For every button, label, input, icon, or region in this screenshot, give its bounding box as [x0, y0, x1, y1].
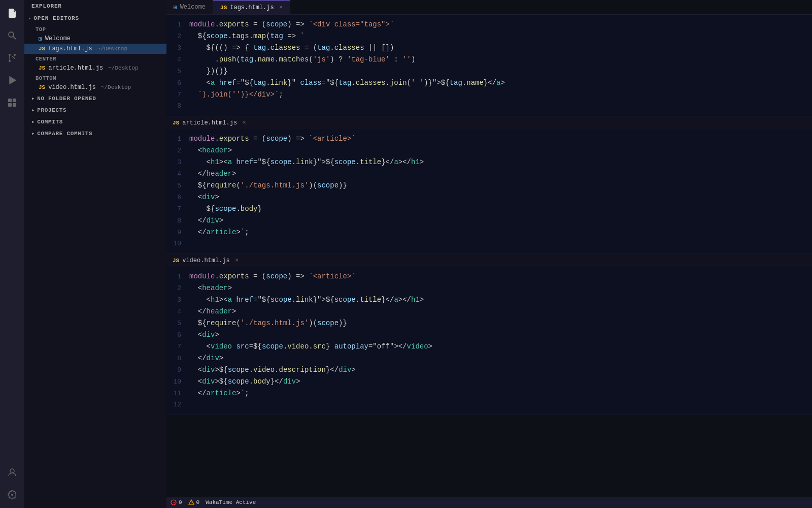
warning-icon: !	[188, 499, 194, 505]
code-line: 4 </header>	[166, 168, 812, 180]
open-editors-label: OPEN EDITORS	[33, 15, 79, 21]
article-file-icon: JS	[39, 65, 45, 71]
code-line: 5 })()}	[166, 66, 812, 77]
code-line: 8	[166, 101, 812, 112]
article-filepath: ~/Desktop	[108, 65, 138, 71]
tab-welcome[interactable]: ⊞ Welcome	[166, 0, 213, 14]
account-icon[interactable]	[3, 463, 21, 482]
welcome-tab-label: Welcome	[180, 4, 206, 11]
welcome-file-icon: ⊞	[39, 36, 42, 42]
status-bar: × 0 ! 0 WakaTime Active	[166, 497, 812, 508]
compare-commits-label: COMPARE COMMITS	[37, 131, 92, 137]
commits-header[interactable]: ▸ COMMITS	[24, 116, 166, 128]
sidebar-item-tags[interactable]: JS tags.html.js ~/Desktop	[24, 44, 166, 54]
code-line: 4 </header>	[166, 306, 812, 318]
svg-rect-8	[8, 103, 12, 107]
extensions-icon[interactable]	[3, 93, 21, 112]
sidebar-item-welcome[interactable]: ⊞ Welcome	[24, 34, 166, 44]
tags-code-panel: 1module.exports = (scope) => `<div class…	[166, 15, 812, 116]
projects-label: PROJECTS	[37, 107, 66, 113]
welcome-filename: Welcome	[45, 35, 71, 42]
wakatime-status[interactable]: WakaTime Active	[206, 499, 256, 505]
source-control-icon[interactable]	[3, 49, 21, 67]
code-line: 8 </div>	[166, 215, 812, 227]
code-line: 2 <header>	[166, 282, 812, 294]
code-line: 8 </div>	[166, 353, 812, 364]
no-folder-chevron: ▸	[31, 95, 35, 102]
video-code-content: 1module.exports = (scope) => `<article>`…	[166, 267, 812, 415]
sidebar: EXPLORER ▾ OPEN EDITORS TOP ⊞ Welcome JS…	[24, 0, 166, 508]
svg-line-1	[13, 37, 16, 39]
code-line: 3 <h1><a href="${scope.link}">${scope.ti…	[166, 156, 812, 168]
svg-rect-7	[13, 99, 16, 102]
code-line: 10 <div>${scope.body}</div>	[166, 376, 812, 388]
code-line: 2 ${scope.tags.map(tag => `	[166, 30, 812, 42]
tags-close-button[interactable]: ×	[279, 4, 283, 11]
open-editors-header[interactable]: ▾ OPEN EDITORS	[24, 12, 166, 24]
commits-label: COMMITS	[37, 119, 63, 125]
compare-commits-chevron: ▸	[31, 130, 35, 137]
no-folder-label: NO FOLDER OPENED	[37, 96, 96, 102]
debug-icon[interactable]	[3, 71, 21, 89]
sidebar-item-video[interactable]: JS video.html.js ~/Desktop	[24, 82, 166, 92]
code-line: 11 </article>`;	[166, 388, 812, 399]
error-status[interactable]: × 0	[171, 499, 182, 505]
article-panel-icon: JS	[173, 120, 179, 126]
error-icon: ×	[171, 499, 177, 505]
tags-code-content: 1module.exports = (scope) => `<div class…	[166, 15, 812, 116]
code-line: 1module.exports = (scope) => `<article>`	[166, 133, 812, 145]
video-panel-name: video.html.js	[182, 257, 230, 264]
code-line: 7 `).join('')}</div>`;	[166, 89, 812, 101]
sidebar-item-article[interactable]: JS article.html.js ~/Desktop	[24, 63, 166, 73]
article-panel-header: JS article.html.js ×	[166, 116, 812, 129]
no-folder-header[interactable]: ▸ NO FOLDER OPENED	[24, 92, 166, 104]
compare-commits-header[interactable]: ▸ COMPARE COMMITS	[24, 128, 166, 139]
video-filename: video.html.js	[48, 84, 96, 91]
video-panel-close[interactable]: ×	[235, 257, 239, 264]
article-panel-close[interactable]: ×	[242, 119, 246, 126]
settings-icon[interactable]	[3, 486, 21, 504]
svg-text:!: !	[191, 501, 193, 505]
code-line: 3 <h1><a href="${scope.link}">${scope.ti…	[166, 294, 812, 306]
code-line: 9 <div>${scope.video.description}</div>	[166, 364, 812, 376]
video-code-panel: 1module.exports = (scope) => `<article>`…	[166, 267, 812, 415]
open-editors-chevron: ▾	[28, 16, 31, 21]
code-line: 6 <a href="${tag.link}" class="${tag.cla…	[166, 77, 812, 89]
top-subsection: TOP	[24, 24, 166, 34]
code-line: 5 ${require('./tags.html.js')(scope)}	[166, 318, 812, 329]
error-count: 0	[179, 499, 182, 505]
warning-status[interactable]: ! 0	[188, 499, 200, 505]
article-code-content: 1module.exports = (scope) => `<article>`…	[166, 129, 812, 253]
svg-point-10	[10, 469, 14, 473]
svg-point-4	[14, 54, 16, 56]
tab-tags[interactable]: JS tags.html.js ×	[213, 0, 290, 14]
svg-rect-6	[8, 99, 12, 102]
tags-filepath: ~/Desktop	[97, 46, 127, 52]
article-filename: article.html.js	[48, 65, 103, 72]
video-filepath: ~/Desktop	[101, 84, 131, 90]
tags-tab-icon: JS	[220, 5, 227, 11]
center-subsection: CENTER	[24, 54, 166, 63]
svg-text:×: ×	[173, 500, 176, 505]
welcome-tab-icon: ⊞	[174, 4, 177, 11]
svg-point-2	[9, 54, 11, 56]
video-panel-header: JS video.html.js ×	[166, 254, 812, 267]
explorer-header[interactable]: EXPLORER	[24, 0, 166, 12]
projects-header[interactable]: ▸ PROJECTS	[24, 104, 166, 116]
code-line: 6 <div>	[166, 329, 812, 341]
explorer-label: EXPLORER	[31, 3, 62, 9]
files-icon[interactable]	[3, 4, 21, 22]
code-line: 1module.exports = (scope) => `<article>`	[166, 271, 812, 282]
tags-file-icon: JS	[39, 46, 45, 52]
commits-chevron: ▸	[31, 118, 35, 125]
code-line: 6 <div>	[166, 192, 812, 203]
search-icon[interactable]	[3, 26, 21, 45]
svg-marker-5	[10, 77, 16, 84]
projects-chevron: ▸	[31, 107, 35, 113]
video-panel-icon: JS	[173, 258, 179, 264]
code-line: 12	[166, 399, 812, 410]
svg-point-0	[9, 32, 14, 37]
activity-bar-bottom	[3, 463, 21, 504]
tabs-bar: ⊞ Welcome JS tags.html.js ×	[166, 0, 812, 15]
code-line: 4 .push(tag.name.matches('js') ? 'tag-bl…	[166, 54, 812, 66]
